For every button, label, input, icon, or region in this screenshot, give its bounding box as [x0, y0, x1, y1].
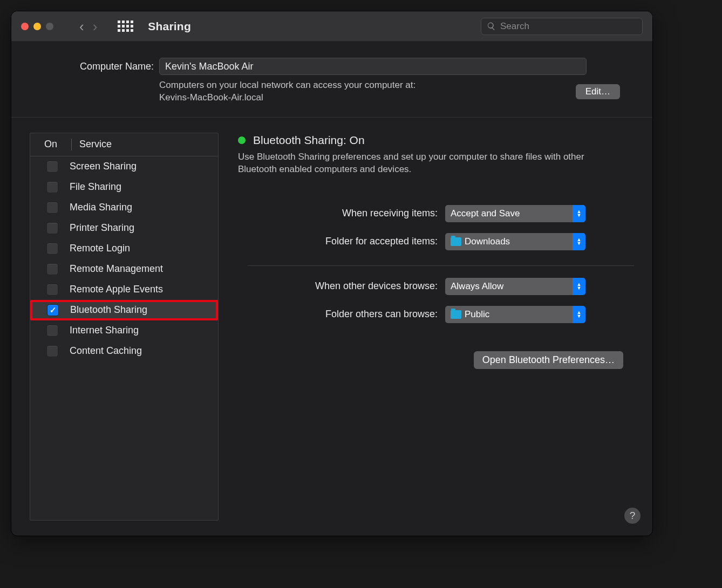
browse-folder-popup[interactable]: Public ▲▼ — [445, 306, 585, 323]
show-all-icon[interactable] — [118, 20, 133, 32]
status-row: Bluetooth Sharing: On — [238, 134, 634, 147]
nav-buttons: ‹ › — [79, 19, 97, 33]
service-checkbox[interactable] — [47, 243, 58, 254]
service-label: Remote Login — [70, 243, 130, 254]
service-row[interactable]: Internet Sharing — [30, 320, 218, 341]
column-divider — [71, 139, 72, 151]
receiving-value: Accept and Save — [451, 208, 520, 219]
service-label: Bluetooth Sharing — [70, 304, 147, 316]
receiving-label: When receiving items: — [238, 208, 438, 219]
accepted-folder-value: Downloads — [465, 236, 510, 247]
computer-name-label: Computer Name: — [57, 61, 154, 72]
service-checkbox[interactable] — [47, 305, 58, 316]
accepted-folder-popup[interactable]: Downloads ▲▼ — [445, 233, 585, 250]
status-title: Bluetooth Sharing: On — [253, 134, 365, 147]
service-row[interactable]: Printer Sharing — [30, 218, 218, 238]
service-label: Remote Management — [70, 263, 163, 275]
service-label: Internet Sharing — [70, 325, 139, 336]
zoom-icon — [46, 23, 53, 30]
service-row[interactable]: Content Caching — [30, 341, 218, 361]
main-row: On Service Screen SharingFile SharingMed… — [11, 118, 652, 536]
browse-label: When other devices browse: — [238, 281, 438, 292]
service-row[interactable]: Remote Apple Events — [30, 279, 218, 300]
service-label: File Sharing — [70, 181, 121, 193]
window-controls — [21, 23, 53, 30]
search-icon — [487, 22, 496, 31]
computer-name-input[interactable] — [159, 58, 587, 75]
search-input[interactable] — [500, 21, 637, 32]
receiving-popup[interactable]: Accept and Save ▲▼ — [445, 205, 585, 222]
service-label: Media Sharing — [70, 202, 132, 213]
service-checkbox[interactable] — [47, 284, 58, 295]
service-checkbox[interactable] — [47, 223, 58, 234]
service-row[interactable]: Media Sharing — [30, 197, 218, 218]
popup-arrows-icon: ▲▼ — [573, 306, 585, 323]
status-indicator-icon — [238, 136, 246, 144]
open-bluetooth-prefs-button[interactable]: Open Bluetooth Preferences… — [474, 351, 623, 369]
computer-name-section: Computer Name: Computers on your local n… — [11, 42, 652, 118]
popup-arrows-icon: ▲▼ — [573, 205, 585, 222]
service-checkbox[interactable] — [47, 346, 58, 357]
browse-folder-value: Public — [465, 309, 489, 320]
service-row[interactable]: Screen Sharing — [30, 156, 218, 177]
service-checkbox[interactable] — [47, 202, 58, 213]
service-row[interactable]: File Sharing — [30, 177, 218, 197]
sharing-preferences-window: ‹ › Sharing Computer Name: Computers on … — [11, 11, 653, 536]
accepted-folder-label: Folder for accepted items: — [238, 236, 438, 247]
service-list-header: On Service — [30, 133, 218, 156]
service-row[interactable]: Remote Login — [30, 238, 218, 259]
service-checkbox[interactable] — [47, 264, 58, 275]
minimize-icon[interactable] — [33, 23, 41, 30]
separator — [248, 265, 634, 266]
window-title: Sharing — [148, 20, 191, 33]
service-checkbox[interactable] — [47, 182, 58, 193]
close-icon[interactable] — [21, 23, 29, 30]
service-detail: Bluetooth Sharing: On Use Bluetooth Shar… — [238, 133, 634, 521]
folder-icon — [451, 310, 461, 319]
browse-popup[interactable]: Always Allow ▲▼ — [445, 278, 585, 295]
browse-folder-label: Folder others can browse: — [238, 309, 438, 320]
popup-arrows-icon: ▲▼ — [573, 233, 585, 250]
help-button[interactable]: ? — [624, 508, 641, 524]
service-label: Content Caching — [70, 345, 142, 357]
service-row[interactable]: Remote Management — [30, 259, 218, 279]
titlebar: ‹ › Sharing — [11, 11, 652, 42]
folder-icon — [451, 237, 461, 246]
forward-button: › — [93, 19, 98, 33]
popup-arrows-icon: ▲▼ — [573, 278, 585, 295]
edit-hostname-button[interactable]: Edit… — [576, 84, 620, 99]
browse-value: Always Allow — [451, 281, 503, 292]
back-button[interactable]: ‹ — [79, 19, 84, 33]
service-label: Screen Sharing — [70, 161, 137, 172]
content-area: Computer Name: Computers on your local n… — [11, 42, 652, 536]
column-header-service: Service — [79, 139, 112, 151]
service-checkbox[interactable] — [47, 161, 58, 172]
search-field[interactable] — [481, 18, 643, 35]
column-header-on: On — [44, 139, 71, 151]
service-checkbox[interactable] — [47, 325, 58, 336]
computer-name-subtext: Computers on your local network can acce… — [159, 79, 416, 104]
service-row[interactable]: Bluetooth Sharing — [30, 300, 218, 320]
status-description: Use Bluetooth Sharing preferences and se… — [238, 151, 605, 176]
service-label: Remote Apple Events — [70, 284, 163, 295]
service-label: Printer Sharing — [70, 222, 134, 234]
service-list: On Service Screen SharingFile SharingMed… — [30, 133, 219, 521]
